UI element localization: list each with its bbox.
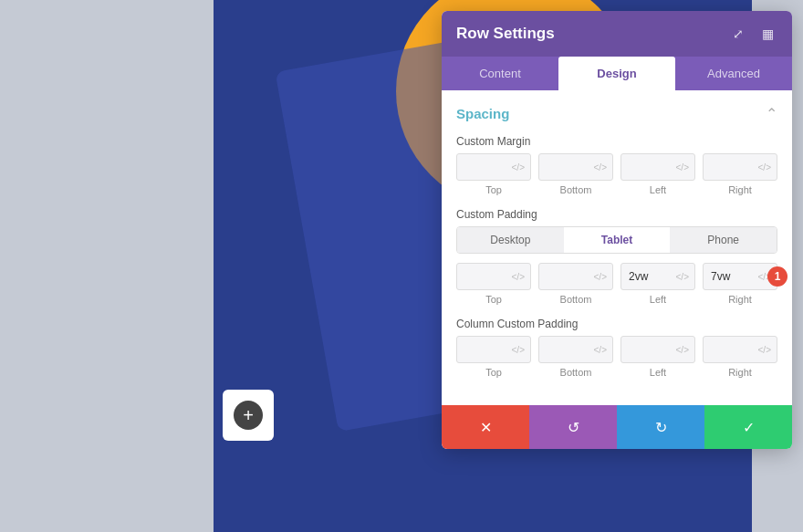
margin-top-field: </> (456, 153, 531, 181)
field-code-icon-11: </> (676, 345, 689, 355)
add-element-button[interactable]: + (234, 401, 263, 430)
padding-bottom-field: </> (538, 263, 613, 290)
undo-button[interactable]: ↺ (529, 405, 617, 449)
save-button[interactable]: ✓ (704, 405, 792, 449)
padding-bottom-label: Bottom (538, 294, 613, 305)
col-padding-right-field: </> (703, 336, 777, 363)
cancel-button[interactable]: ✕ (442, 405, 529, 449)
tab-design[interactable]: Design (558, 57, 675, 90)
custom-margin-group: Custom Margin </> </> </> </> (456, 135, 777, 195)
field-code-icon-2: </> (594, 162, 607, 172)
tab-desktop[interactable]: Desktop (457, 227, 564, 253)
padding-inputs-row: </> </> </> </> 1 (456, 263, 777, 290)
padding-right-label: Right (703, 294, 777, 305)
redo-button[interactable]: ↻ (617, 405, 704, 449)
collapse-icon[interactable]: ⌃ (766, 105, 777, 122)
margin-right-label: Right (703, 184, 777, 195)
panel-header: Row Settings ⤢ ▦ (442, 11, 792, 57)
margin-top-label: Top (456, 184, 531, 195)
field-code-icon-1: </> (512, 162, 525, 172)
expand-icon[interactable]: ⤢ (728, 24, 748, 44)
column-padding-group: Column Custom Padding </> </> </> </> (456, 318, 777, 378)
margin-left-field: </> (620, 153, 695, 181)
padding-top-label: Top (456, 294, 531, 305)
margin-labels: Top Bottom Left Right (456, 184, 777, 195)
field-code-icon-5: </> (512, 272, 525, 282)
field-code-icon-3: </> (676, 162, 689, 172)
col-padding-inputs-row: </> </> </> </> (456, 336, 777, 363)
device-tab-bar: Desktop Tablet Phone (456, 226, 777, 254)
col-padding-top-label: Top (456, 367, 531, 378)
margin-bottom-label: Bottom (538, 184, 613, 195)
col-padding-left-label: Left (620, 367, 695, 378)
col-padding-left-field: </> (620, 336, 695, 363)
margin-right-field: </> (703, 153, 777, 181)
spacing-title: Spacing (456, 106, 509, 121)
col-padding-bottom-field: </> (538, 336, 613, 363)
col-padding-bottom-label: Bottom (538, 367, 613, 378)
field-code-icon-10: </> (594, 345, 607, 355)
spacing-section-header: Spacing ⌃ (456, 105, 777, 122)
margin-inputs-row: </> </> </> </> (456, 153, 777, 181)
padding-left-label: Left (620, 294, 695, 305)
padding-top-field: </> (456, 263, 531, 290)
custom-margin-label: Custom Margin (456, 135, 777, 148)
panel-body: Spacing ⌃ Custom Margin </> </> </> (442, 90, 792, 405)
column-padding-label: Column Custom Padding (456, 318, 777, 330)
layout-icon[interactable]: ▦ (757, 24, 777, 44)
padding-left-field: </> (620, 263, 695, 290)
panel-footer: ✕ ↺ ↻ ✓ (442, 405, 792, 449)
col-padding-labels: Top Bottom Left Right (456, 367, 777, 378)
col-padding-right-label: Right (703, 367, 777, 378)
custom-padding-group: Custom Padding Desktop Tablet Phone </> … (456, 208, 777, 305)
padding-right-wrapper: </> 1 (703, 263, 777, 290)
field-code-icon-9: </> (512, 345, 525, 355)
col-padding-top-field: </> (456, 336, 531, 363)
field-code-icon-6: </> (594, 272, 607, 282)
tab-advanced[interactable]: Advanced (675, 57, 792, 90)
tab-content[interactable]: Content (442, 57, 558, 90)
padding-right-field: </> (703, 263, 777, 290)
row-settings-panel: Row Settings ⤢ ▦ Content Design Advanced… (442, 11, 792, 449)
white-card: + (223, 390, 274, 441)
tab-bar: Content Design Advanced (442, 57, 792, 90)
panel-header-icons: ⤢ ▦ (728, 24, 777, 44)
padding-badge: 1 (767, 266, 787, 287)
margin-bottom-field: </> (538, 153, 613, 181)
field-code-icon-12: </> (758, 345, 771, 355)
margin-left-label: Left (620, 184, 695, 195)
field-code-icon-4: </> (758, 162, 771, 172)
padding-labels: Top Bottom Left Right (456, 294, 777, 305)
tab-tablet[interactable]: Tablet (564, 227, 671, 253)
field-code-icon-7: </> (676, 272, 689, 282)
tab-phone[interactable]: Phone (670, 227, 777, 253)
custom-padding-label: Custom Padding (456, 208, 777, 221)
panel-title: Row Settings (456, 25, 555, 43)
